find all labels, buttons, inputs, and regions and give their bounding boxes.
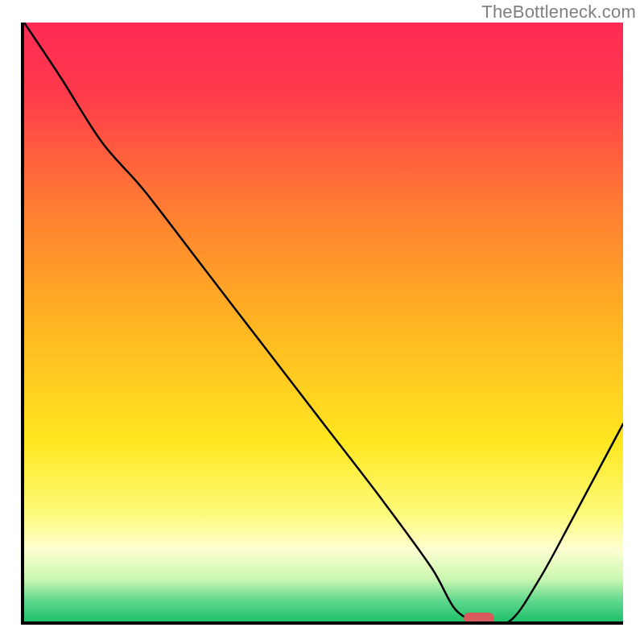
- chart-svg: [24, 23, 623, 621]
- watermark-text: TheBottleneck.com: [481, 2, 636, 23]
- plot-area: [24, 23, 623, 621]
- gradient-background: [24, 23, 623, 621]
- plot-axes: [21, 23, 623, 625]
- optimal-marker: [464, 613, 494, 622]
- chart-container: TheBottleneck.com: [0, 0, 644, 644]
